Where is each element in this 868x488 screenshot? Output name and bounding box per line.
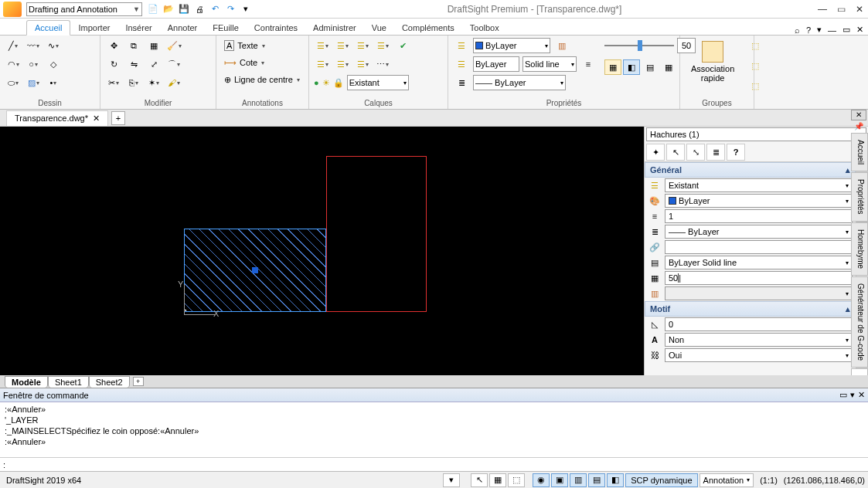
group-b-icon[interactable]: ⬚ (747, 58, 764, 73)
tab-feuille[interactable]: FEuille (205, 21, 247, 35)
save-icon[interactable]: 💾 (178, 3, 190, 15)
apply-icon[interactable]: ✔ (394, 38, 411, 53)
drawing-canvas[interactable]: Y X (0, 127, 644, 377)
side-tab-gcode[interactable]: Générateur de G-code (851, 276, 868, 368)
rectangle-red[interactable] (326, 156, 427, 312)
tab-vue[interactable]: Vue (364, 21, 394, 35)
linetype-select[interactable]: ByLayer (473, 56, 519, 72)
sheet-1[interactable]: Sheet1 (48, 376, 89, 388)
collapse-icon[interactable]: ▴ (846, 165, 850, 175)
style-layers-icon[interactable]: ☰ (453, 56, 470, 72)
help-icon[interactable]: ? (806, 25, 811, 35)
explode-tool-icon[interactable]: ✶▾ (145, 75, 162, 90)
color-select[interactable]: ByLayer▾ (473, 38, 550, 53)
arc-tool-icon[interactable]: ◠▾ (5, 56, 22, 72)
selection-type-select[interactable]: Hachures (1)▾ (646, 127, 866, 141)
rotate-tool-icon[interactable]: ↻ (105, 56, 122, 72)
hatch-tool-icon[interactable]: ▨▾ (25, 75, 42, 90)
tab-accueil[interactable]: Accueil (26, 20, 70, 36)
point-tool-icon[interactable]: •▾ (45, 75, 62, 90)
status-btn-snap[interactable]: ⬚ (508, 473, 525, 487)
group-a-icon[interactable]: ⬚ (747, 38, 764, 53)
trim-tool-icon[interactable]: ✂▾ (105, 75, 122, 90)
print-icon[interactable]: 🖨 (193, 3, 206, 15)
linestyle-select[interactable]: Solid line▾ (523, 56, 577, 72)
section-motif[interactable]: Motif▴ (645, 301, 856, 317)
tab-inserer[interactable]: Insérer (117, 21, 159, 35)
offset-tool-icon[interactable]: ⎘▾ (125, 75, 142, 90)
polygon-tool-icon[interactable]: ◇ (45, 56, 62, 72)
qat-menu-icon[interactable]: ▾ (240, 3, 252, 15)
sheet-2[interactable]: Sheet2 (89, 376, 130, 388)
pal-tool-c[interactable]: ⤡ (686, 144, 705, 161)
minimize-button[interactable]: — (817, 4, 828, 15)
prop-layer-select[interactable]: Existant▾ (665, 178, 853, 192)
fillet-tool-icon[interactable]: ⌒▾ (165, 56, 182, 72)
tab-importer[interactable]: Importer (70, 21, 117, 35)
prop-annot-select[interactable]: Non▾ (665, 333, 853, 347)
search-icon[interactable]: ⌕ (795, 25, 800, 35)
prop-plot-select[interactable]: ▾ (665, 286, 853, 300)
status-btn-a[interactable]: ◉ (533, 473, 550, 487)
layer-current-select[interactable]: Existant▾ (347, 75, 409, 90)
pal-tool-d[interactable]: ≣ (706, 144, 725, 161)
pal-tool-a[interactable]: ✦ (646, 144, 665, 161)
sheet-model[interactable]: Modèle (5, 376, 48, 388)
tab-contraintes[interactable]: Contraintes (247, 21, 305, 35)
pal-help-button[interactable]: ? (727, 144, 745, 161)
lineweight-select[interactable]: ―― ByLayer▾ (473, 75, 566, 90)
status-btn-b[interactable]: ▣ (551, 473, 568, 487)
circle-tool-icon[interactable]: ○▾ (25, 56, 42, 72)
section-general[interactable]: Général▴ (645, 162, 856, 178)
cmd-close-icon[interactable]: ✕ (858, 390, 865, 400)
palette-pin-icon[interactable]: 📌 (851, 122, 866, 133)
text-button[interactable]: ATexte▾ (221, 38, 303, 53)
move-tool-icon[interactable]: ✥ (105, 38, 122, 53)
layer-c-icon[interactable]: ☰▾ (354, 38, 371, 53)
palette-close-button[interactable]: ✕ (851, 110, 866, 120)
document-tab[interactable]: Transparence.dwg* ✕ (6, 110, 108, 126)
hatch-rectangle[interactable] (184, 229, 326, 312)
lw-icon[interactable]: ≣ (453, 75, 470, 90)
array-tool-icon[interactable]: ▦ (145, 38, 162, 53)
side-tab-homebyme[interactable]: Homebyme (851, 222, 868, 276)
layer-g-icon[interactable]: ☰▾ (354, 56, 371, 72)
add-tab-button[interactable]: + (111, 111, 125, 125)
cmd-dock-icon[interactable]: ▭ (839, 390, 847, 400)
maximize-button[interactable]: ▭ (836, 4, 846, 15)
copy-tool-icon[interactable]: ⧉ (125, 38, 142, 53)
doc-maximize-button[interactable]: ▭ (842, 25, 850, 35)
status-btn-filter[interactable]: ▾ (443, 473, 460, 487)
status-btn-d[interactable]: ▤ (588, 473, 605, 487)
hatch-pattern-icon[interactable]: ▥ (553, 38, 570, 53)
status-btn-e[interactable]: ◧ (607, 473, 624, 487)
doc-minimize-button[interactable]: — (828, 25, 836, 35)
grip-center[interactable] (252, 267, 258, 273)
prop-d-icon[interactable]: ▦ (660, 59, 677, 75)
scale-tool-icon[interactable]: ⤢ (145, 56, 162, 72)
group-c-icon[interactable]: ⬚ (747, 78, 764, 93)
prop-a-icon[interactable]: ▦ (604, 59, 621, 75)
options-arrow-icon[interactable]: ▾ (817, 25, 822, 35)
collapse-icon-2[interactable]: ▴ (846, 304, 850, 314)
prop-assoc-select[interactable]: Oui▾ (665, 348, 853, 362)
layer-more-icon[interactable]: ⋯▾ (374, 56, 391, 72)
prop-b-icon[interactable]: ◧ (623, 59, 640, 75)
layer-e-icon[interactable]: ☰▾ (314, 56, 331, 72)
quick-association-button[interactable]: Associationrapide (685, 38, 740, 86)
cmd-pin-icon[interactable]: ▾ (850, 390, 855, 400)
command-input[interactable]: : (0, 457, 868, 471)
dimension-button[interactable]: ⟼Cote▾ (221, 55, 303, 70)
layer-a-icon[interactable]: ☰▾ (314, 38, 331, 53)
prop-linetype-select[interactable]: ―― ByLayer▾ (665, 225, 853, 239)
line-tool-icon[interactable]: ╱▾ (5, 38, 22, 53)
layer-d-icon[interactable]: ☰▾ (374, 38, 391, 53)
mirror-tool-icon[interactable]: ⇋ (125, 56, 142, 72)
polyline-tool-icon[interactable]: 〰▾ (25, 38, 42, 53)
status-scp-button[interactable]: SCP dynamique (625, 473, 697, 487)
undo-icon[interactable]: ↶ (209, 3, 221, 15)
tab-administrer[interactable]: Administrer (305, 21, 364, 35)
side-tab-proprietes[interactable]: Propriétés (851, 172, 868, 222)
prop-style-select[interactable]: ByLayer Solid line▾ (665, 256, 853, 269)
tab-annoter[interactable]: Annoter (160, 21, 206, 35)
